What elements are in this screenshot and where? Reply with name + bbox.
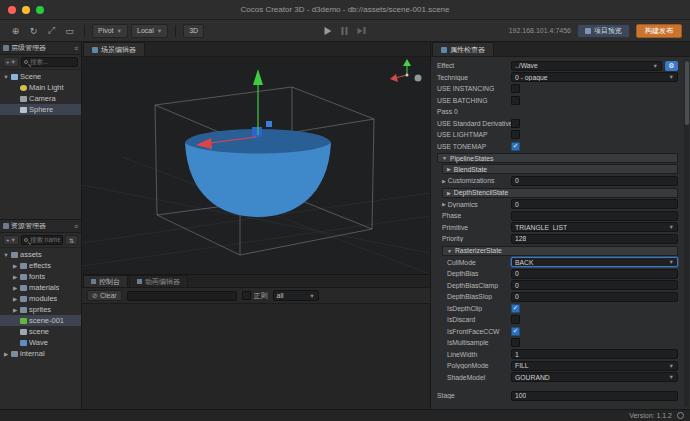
tree-item-effects[interactable]: ▶effects	[0, 260, 81, 271]
select-polygonmode[interactable]: FILL▼	[511, 361, 678, 371]
close-window-button[interactable]	[8, 6, 16, 14]
rect-tool-icon[interactable]: ▭	[62, 24, 77, 38]
triangle-right-icon: ▶	[447, 190, 451, 196]
tree-item-main-light[interactable]: Main Light	[0, 82, 81, 93]
panel-menu-icon[interactable]: ≡	[74, 45, 78, 52]
assets-search-input[interactable]: 搜索 name	[21, 235, 63, 245]
tree-item-internal[interactable]: ▶internal	[0, 348, 81, 359]
tab-animation-editor[interactable]: 动画编辑器	[129, 275, 188, 287]
zoom-window-button[interactable]	[36, 6, 44, 14]
select-shademodel[interactable]: GOURAND▼	[511, 372, 678, 382]
input-customizations[interactable]: 0	[511, 176, 678, 186]
scene-viewport[interactable]	[82, 57, 430, 274]
tree-item-label: Wave	[29, 338, 48, 347]
section-pipelinestates[interactable]: ▼PipelineStates	[437, 153, 678, 163]
input-depthbiasclamp[interactable]: 0	[511, 280, 678, 290]
sort-assets-icon[interactable]: ⇅	[65, 235, 78, 245]
checkbox-use-standard-derivatives[interactable]	[511, 119, 520, 128]
tree-item-materials[interactable]: ▶materials	[0, 282, 81, 293]
section-rasterizerstate[interactable]: ▼RasterizerState	[442, 246, 678, 256]
checkbox-use-tonemap[interactable]: ✓	[511, 142, 520, 151]
tree-caret-icon[interactable]: ▶	[12, 307, 18, 313]
pause-icon[interactable]	[342, 27, 348, 35]
section-blendstate[interactable]: ▶BlendState	[442, 164, 678, 174]
tree-item-wave[interactable]: Wave	[0, 337, 81, 348]
tree-caret-icon[interactable]: ▶	[12, 296, 18, 302]
tree-item-scene[interactable]: scene	[0, 326, 81, 337]
panel-menu-icon[interactable]: ≡	[74, 223, 78, 230]
create-asset-button[interactable]: +▼	[3, 235, 19, 245]
play-icon[interactable]	[325, 27, 332, 35]
hierarchy-search-placeholder: 搜索...	[30, 58, 48, 67]
tree-item-sprites[interactable]: ▶sprites	[0, 304, 81, 315]
inspector-scrollbar[interactable]	[684, 59, 689, 407]
tab-scene-editor[interactable]: 场景编辑器	[83, 42, 145, 56]
tree-caret-icon[interactable]: ▼	[3, 74, 9, 80]
console-filter-input[interactable]	[127, 291, 237, 301]
section-depthstencilstate[interactable]: ▶DepthStencilState	[442, 188, 678, 198]
project-preview-button[interactable]: 项目预览	[577, 24, 630, 38]
tree-caret-icon[interactable]: ▼	[3, 252, 9, 258]
rotate-tool-icon[interactable]: ↻	[26, 24, 41, 38]
property-label: USE LIGHTMAP	[437, 131, 511, 138]
tree-caret-icon[interactable]: ▶	[12, 274, 18, 280]
scale-tool-icon[interactable]: ⤢	[44, 24, 59, 38]
tree-item-camera[interactable]: Camera	[0, 93, 81, 104]
property-row-isdiscard: IsDiscard	[435, 314, 680, 326]
gear-icon[interactable]: ⚙	[665, 61, 678, 71]
triangle-right-icon[interactable]: ▶	[442, 178, 446, 184]
checkbox-ismultisample[interactable]	[511, 338, 520, 347]
checkbox-isfrontfaceccw[interactable]: ✓	[511, 327, 520, 336]
select-cullmode[interactable]: BACK▼	[511, 257, 678, 267]
move-tool-icon[interactable]: ⊕	[8, 24, 23, 38]
hierarchy-search-input[interactable]: 搜索...	[21, 57, 78, 67]
input-depthbiasslop[interactable]: 0	[511, 292, 678, 302]
build-publish-button[interactable]: 构建发布	[636, 24, 682, 38]
regex-checkbox[interactable]	[242, 291, 251, 300]
tree-item-scene-001[interactable]: scene-001	[0, 315, 81, 326]
select-effect[interactable]: ../Wave▼	[511, 61, 662, 71]
tab-inspector[interactable]: 属性检查器	[432, 42, 494, 56]
step-icon[interactable]	[358, 27, 366, 34]
tree-caret-icon[interactable]: ▶	[12, 285, 18, 291]
tree-caret-icon[interactable]: ▶	[12, 263, 18, 269]
input-phase[interactable]	[511, 211, 678, 221]
input-priority[interactable]: 128	[511, 234, 678, 244]
minimize-window-button[interactable]	[22, 6, 30, 14]
console-output[interactable]	[82, 304, 430, 409]
select-value: TRIANGLE_LIST	[515, 224, 567, 231]
orientation-z-axis[interactable]	[415, 75, 422, 82]
checkbox-isdiscard[interactable]	[511, 315, 520, 324]
mode-3d-toggle[interactable]: 3D	[183, 24, 204, 38]
log-level-select[interactable]: all ▼	[273, 290, 319, 301]
checkbox-use-instancing[interactable]	[511, 84, 520, 93]
tree-item-fonts[interactable]: ▶fonts	[0, 271, 81, 282]
tab-console[interactable]: 控制台	[83, 275, 128, 287]
tree-item-assets[interactable]: ▼assets	[0, 249, 81, 260]
gizmo-plane-handle[interactable]	[252, 127, 262, 137]
triangle-right-icon[interactable]: ▶	[442, 201, 446, 207]
input-linewidth[interactable]: 1	[511, 349, 678, 359]
notification-icon[interactable]	[677, 412, 684, 419]
input-depthbias[interactable]: 0	[511, 269, 678, 279]
scrollbar-thumb[interactable]	[685, 61, 689, 125]
tree-caret-icon[interactable]: ▶	[3, 351, 9, 357]
local-dropdown[interactable]: Local ▼	[131, 24, 168, 38]
gizmo-z-handle[interactable]	[266, 121, 272, 127]
clear-console-button[interactable]: ⊘ Clear	[87, 290, 122, 301]
select-technique[interactable]: 0 - opaque▼	[511, 72, 678, 82]
checkbox-isdepthclip[interactable]: ✓	[511, 304, 520, 313]
tree-item-scene[interactable]: ▼Scene	[0, 71, 81, 82]
tree-item-modules[interactable]: ▶modules	[0, 293, 81, 304]
input-stage[interactable]: 100	[511, 391, 678, 401]
pivot-dropdown[interactable]: Pivot ▼	[92, 24, 128, 38]
checkbox-use-lightmap[interactable]	[511, 130, 520, 139]
property-label: LineWidth	[437, 351, 511, 358]
checkbox-use-batching[interactable]	[511, 96, 520, 105]
select-primitive[interactable]: TRIANGLE_LIST▼	[511, 222, 678, 232]
input-dynamics[interactable]: 0	[511, 199, 678, 209]
property-label: IsFrontFaceCCW	[437, 328, 511, 335]
viewport-canvas[interactable]	[82, 57, 430, 274]
tree-item-sphere[interactable]: Sphere	[0, 104, 81, 115]
create-node-button[interactable]: +▼	[3, 57, 19, 67]
